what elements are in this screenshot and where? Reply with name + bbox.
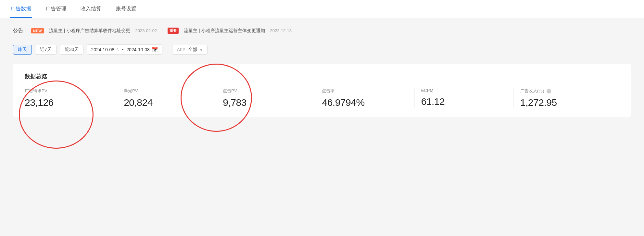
tab-income[interactable]: 收入结算 bbox=[80, 0, 102, 18]
stat-click-rate: 点击率 46.9794% bbox=[322, 88, 414, 108]
announcement-date-2: 2022-12-13 bbox=[270, 28, 292, 33]
date-start: 2024-10-08 bbox=[91, 47, 114, 52]
announcement-date-1: 2023-02-02 bbox=[135, 28, 157, 33]
stat-impression-pv: 曝光PV 20,824 bbox=[124, 88, 216, 108]
announcement-bar: 公告 NEW 流量主 | 小程序广告结算单收件地址变更 2023-02-02 重… bbox=[13, 27, 631, 34]
filter-btn-30days[interactable]: 近30天 bbox=[60, 45, 84, 55]
app-selector[interactable]: APP 全部 ∨ bbox=[172, 45, 208, 55]
filter-btn-yesterday[interactable]: 昨天 bbox=[13, 45, 32, 55]
announcement-text-1[interactable]: 流量主 | 小程序广告结算单收件地址变更 bbox=[49, 28, 130, 34]
stats-grid: 广告请求PV 23,126 曝光PV 20,824 点击PV 9,783 点击率… bbox=[25, 88, 619, 108]
page-container: 广告数据 广告管理 收入结算 账号设置 公告 NEW 流量主 | 小程序广告结算… bbox=[0, 0, 644, 236]
announcement-divider bbox=[162, 28, 162, 33]
tab-ad-manage[interactable]: 广告管理 bbox=[45, 0, 67, 18]
date-separator: ~ bbox=[122, 47, 124, 52]
stat-value-click-pv: 9,783 bbox=[223, 97, 309, 108]
stat-ecpm: ECPM 61.12 bbox=[421, 88, 514, 108]
date-end: 2024-10-08 bbox=[126, 47, 150, 52]
stat-value-click-rate: 46.9794% bbox=[322, 97, 408, 108]
announcement-label: 公告 bbox=[13, 27, 23, 34]
filter-bar: 昨天 近7天 近30天 2024-10-08 ↖ ~ 2024-10-08 📅 … bbox=[13, 44, 631, 55]
badge-important: 重要 bbox=[168, 28, 179, 34]
content-area: 公告 NEW 流量主 | 小程序广告结算单收件地址变更 2023-02-02 重… bbox=[0, 18, 644, 126]
calendar-icon: 📅 bbox=[152, 46, 158, 53]
stat-value-ecpm: 61.12 bbox=[421, 96, 507, 107]
tab-ad-data[interactable]: 广告数据 bbox=[10, 0, 32, 18]
info-icon[interactable]: i bbox=[547, 89, 551, 93]
tab-account[interactable]: 账号设置 bbox=[115, 0, 137, 18]
stat-ad-request-pv: 广告请求PV 23,126 bbox=[25, 88, 117, 108]
stat-ad-revenue: 广告收入(元) i 1,272.95 bbox=[520, 88, 619, 108]
filter-btn-7days[interactable]: 近7天 bbox=[35, 45, 57, 55]
stat-value-ad-request-pv: 23,126 bbox=[25, 97, 110, 108]
stats-title: 数据总览 bbox=[25, 73, 619, 80]
stat-value-ad-revenue: 1,272.95 bbox=[520, 97, 613, 108]
stat-value-impression-pv: 20,824 bbox=[124, 97, 209, 108]
date-range-picker[interactable]: 2024-10-08 ↖ ~ 2024-10-08 📅 bbox=[87, 44, 162, 55]
chevron-down-icon: ∨ bbox=[200, 47, 203, 52]
stat-label-click-rate: 点击率 bbox=[322, 88, 408, 94]
stat-label-ad-revenue: 广告收入(元) i bbox=[520, 88, 613, 94]
stat-click-pv: 点击PV 9,783 bbox=[223, 88, 315, 108]
stat-label-ecpm: ECPM bbox=[421, 88, 507, 93]
app-selector-prefix: APP bbox=[177, 47, 185, 52]
nav-tabs: 广告数据 广告管理 收入结算 账号设置 bbox=[0, 0, 644, 18]
cursor-icon: ↖ bbox=[116, 47, 120, 52]
stats-section: 数据总览 广告请求PV 23,126 曝光PV 20,824 点击PV 9,78… bbox=[13, 64, 631, 117]
announcement-text-2[interactable]: 流量主 | 小程序流量主运营主体变更通知 bbox=[184, 28, 265, 34]
stat-label-ad-request-pv: 广告请求PV bbox=[25, 88, 110, 94]
stat-label-click-pv: 点击PV bbox=[223, 88, 309, 94]
badge-new: NEW bbox=[31, 28, 44, 33]
stat-label-impression-pv: 曝光PV bbox=[124, 88, 209, 94]
app-selector-value: 全部 bbox=[188, 47, 197, 53]
